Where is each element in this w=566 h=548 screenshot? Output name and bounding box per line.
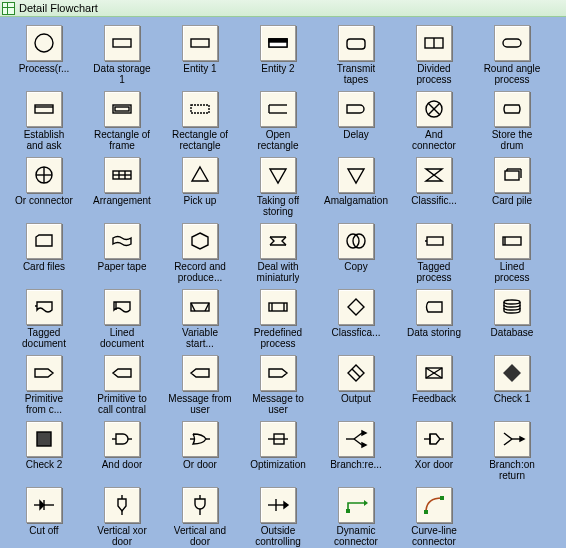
shape-optimization[interactable]: Optimization	[240, 421, 316, 485]
shape-label: Variable start...	[182, 327, 218, 349]
shape-branch-re[interactable]: Branch:re...	[318, 421, 394, 485]
shape-label: Classific...	[411, 195, 457, 206]
shape-data-storing[interactable]: Data storing	[396, 289, 472, 353]
shape-rectangle-of-frame[interactable]: Rectangle of frame	[84, 91, 160, 155]
shape-curve-line-connector[interactable]: Curve-line connector	[396, 487, 472, 548]
shape-primitive-to-call[interactable]: Primitive to call contral	[84, 355, 160, 419]
shape-transmit-tapes[interactable]: Transmit tapes	[318, 25, 394, 89]
shape-card-pile[interactable]: Card pile	[474, 157, 550, 221]
output-icon	[338, 355, 374, 391]
shape-store-the-drum[interactable]: Store the drum	[474, 91, 550, 155]
shape-classification[interactable]: Classific...	[396, 157, 472, 221]
shape-label: Tagged document	[22, 327, 66, 349]
curve-line-connector-icon	[416, 487, 452, 523]
shape-taking-off-storing[interactable]: Taking off storing	[240, 157, 316, 221]
shape-classifica[interactable]: Classfica...	[318, 289, 394, 353]
shape-label: Message to user	[252, 393, 304, 415]
shape-label: Delay	[343, 129, 369, 140]
shape-vertical-xor-door[interactable]: Vertical xor door	[84, 487, 160, 548]
predefined-process-icon	[260, 289, 296, 325]
shape-message-from-user[interactable]: Message from user	[162, 355, 238, 419]
arrangement-icon	[104, 157, 140, 193]
shape-entity-2[interactable]: Entity 2	[240, 25, 316, 89]
shape-lined-process[interactable]: Lined process	[474, 223, 550, 287]
and-connector-icon	[416, 91, 452, 127]
shape-check-1[interactable]: Check 1	[474, 355, 550, 419]
shape-database[interactable]: Database	[474, 289, 550, 353]
shape-dynamic-connector[interactable]: Dynamic connector	[318, 487, 394, 548]
shape-and-connector[interactable]: And connector	[396, 91, 472, 155]
shape-vertical-and-door[interactable]: Vertical and door	[162, 487, 238, 548]
shape-or-door[interactable]: Or door	[162, 421, 238, 485]
shape-label: Optimization	[250, 459, 306, 470]
lined-process-icon	[494, 223, 530, 259]
transmit-tapes-icon	[338, 25, 374, 61]
cut-off-icon	[26, 487, 62, 523]
branch-re-icon	[338, 421, 374, 457]
shape-branch-on-return[interactable]: Branch:on return	[474, 421, 550, 485]
shape-outside-controlling[interactable]: Outside controlling	[240, 487, 316, 548]
open-rectangle-icon	[260, 91, 296, 127]
title-bar: Detail Flowchart	[0, 0, 566, 17]
shape-label: Lined document	[100, 327, 144, 349]
shape-divided-process[interactable]: Divided process	[396, 25, 472, 89]
variable-start-icon	[182, 289, 218, 325]
shape-paper-tape[interactable]: Paper tape	[84, 223, 160, 287]
shape-data-storage-1[interactable]: Data storage 1	[84, 25, 160, 89]
shape-label: Transmit tapes	[337, 63, 376, 85]
shape-lined-document[interactable]: Lined document	[84, 289, 160, 353]
classifica-icon	[338, 289, 374, 325]
lined-document-icon	[104, 289, 140, 325]
shape-tagged-process[interactable]: Tagged process	[396, 223, 472, 287]
divided-process-icon	[416, 25, 452, 61]
shape-label: Taking off storing	[257, 195, 300, 217]
data-storing-icon	[416, 289, 452, 325]
shape-predefined-process[interactable]: Predefined process	[240, 289, 316, 353]
shape-label: Rectangle of frame	[94, 129, 150, 151]
classification-icon	[416, 157, 452, 193]
shape-label: Vertical xor door	[97, 525, 146, 547]
shape-record-and-produce[interactable]: Record and produce...	[162, 223, 238, 287]
shape-primitive-from-c[interactable]: Primitive from c...	[6, 355, 82, 419]
shape-label: Output	[341, 393, 371, 404]
shape-label: Paper tape	[98, 261, 147, 272]
shape-card-files[interactable]: Card files	[6, 223, 82, 287]
shape-delay[interactable]: Delay	[318, 91, 394, 155]
check-1-icon	[494, 355, 530, 391]
shape-label: Process(r...	[19, 63, 70, 74]
shape-check-2[interactable]: Check 2	[6, 421, 82, 485]
shape-establish-and-ask[interactable]: Establish and ask	[6, 91, 82, 155]
shape-feedback[interactable]: Feedback	[396, 355, 472, 419]
branch-on-return-icon	[494, 421, 530, 457]
shape-entity-1[interactable]: Entity 1	[162, 25, 238, 89]
shape-round-angle-process[interactable]: Round angle process	[474, 25, 550, 89]
shape-label: Data storing	[407, 327, 461, 338]
shape-tagged-document[interactable]: Tagged document	[6, 289, 82, 353]
message-from-user-icon	[182, 355, 218, 391]
shape-and-door[interactable]: And door	[84, 421, 160, 485]
copy-icon	[338, 223, 374, 259]
shape-label: And door	[102, 459, 143, 470]
shape-amalgamation[interactable]: Amalgamation	[318, 157, 394, 221]
shape-arrangement[interactable]: Arrangement	[84, 157, 160, 221]
shape-open-rectangle[interactable]: Open rectangle	[240, 91, 316, 155]
shape-cut-off[interactable]: Cut off	[6, 487, 82, 548]
or-door-icon	[182, 421, 218, 457]
process-r-icon	[26, 25, 62, 61]
store-the-drum-icon	[494, 91, 530, 127]
shape-rectangle-of-rectangle[interactable]: Rectangle of rectangle	[162, 91, 238, 155]
data-storage-1-icon	[104, 25, 140, 61]
vertical-xor-door-icon	[104, 487, 140, 523]
shape-message-to-user[interactable]: Message to user	[240, 355, 316, 419]
shape-process-r[interactable]: Process(r...	[6, 25, 82, 89]
shape-copy[interactable]: Copy	[318, 223, 394, 287]
shape-or-connector[interactable]: Or connector	[6, 157, 82, 221]
shape-label: Entity 2	[261, 63, 294, 74]
shape-pick-up[interactable]: Pick up	[162, 157, 238, 221]
shape-output[interactable]: Output	[318, 355, 394, 419]
shape-xor-door[interactable]: Xor door	[396, 421, 472, 485]
shape-variable-start[interactable]: Variable start...	[162, 289, 238, 353]
establish-and-ask-icon	[26, 91, 62, 127]
shape-label: Record and produce...	[174, 261, 226, 283]
shape-deal-with-miniatury[interactable]: Deal with miniaturly	[240, 223, 316, 287]
